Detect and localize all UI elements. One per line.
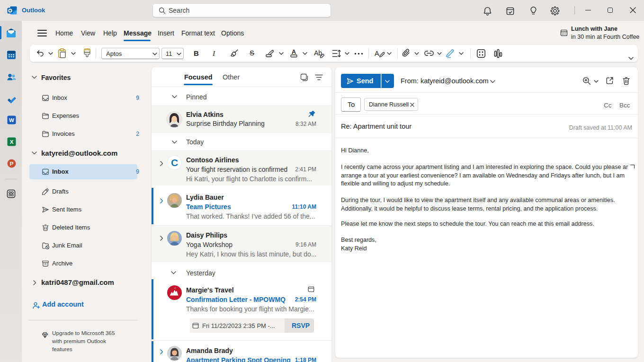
svg-text:A: A <box>375 50 379 57</box>
svg-text:C: C <box>171 157 178 168</box>
svg-text:X: X <box>10 139 14 145</box>
svg-text:A: A <box>292 48 296 55</box>
svg-text:W: W <box>9 117 14 123</box>
svg-text:P: P <box>10 161 14 167</box>
